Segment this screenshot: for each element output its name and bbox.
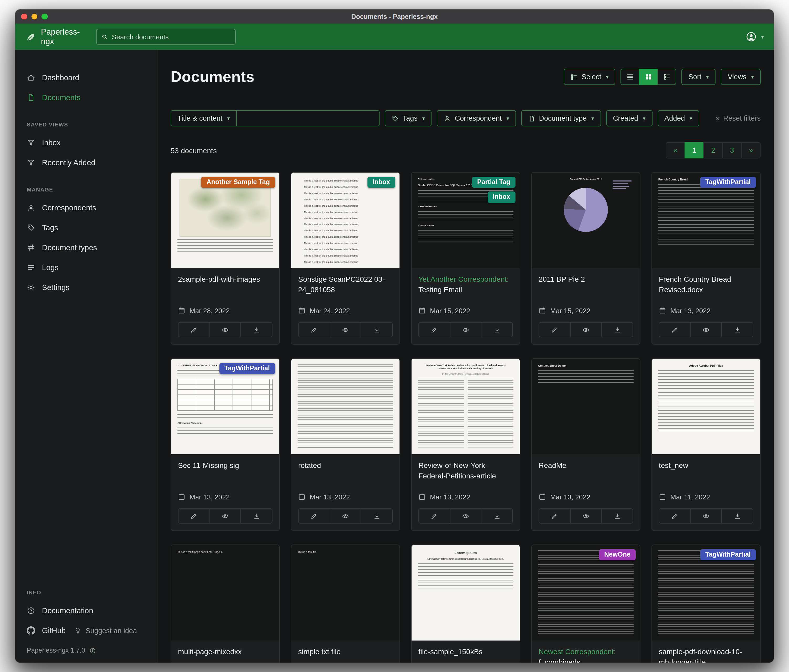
document-title[interactable]: French Country Bread Revised.docx: [659, 274, 753, 301]
document-title[interactable]: Sonstige ScanPC2022 03-24_081058: [298, 274, 393, 301]
download-button[interactable]: [601, 508, 633, 524]
document-title[interactable]: Review-of-New-York-Federal-Petitions-art…: [418, 460, 513, 487]
document-title[interactable]: 2011 BP Pie 2: [538, 274, 633, 301]
document-title[interactable]: 2sample-pdf-with-images: [178, 274, 272, 301]
document-thumbnail[interactable]: Patient BP Distribution 2011: [532, 173, 640, 268]
table-view-button[interactable]: [621, 69, 640, 85]
document-thumbnail[interactable]: Review of New York Federal Petitions for…: [412, 359, 520, 454]
tag-chip[interactable]: NewOne: [599, 549, 636, 561]
document-title[interactable]: sample-pdf-download-10-mb-longer-title: [659, 647, 753, 662]
document-correspondent[interactable]: Yet Another Correspondent:: [418, 275, 509, 283]
document-thumbnail[interactable]: Another Sample Tag: [171, 173, 279, 268]
sidebar-item-correspondents[interactable]: Correspondents: [15, 198, 157, 218]
document-thumbnail[interactable]: TagWithPartial: [652, 545, 760, 640]
pagination-prev-button[interactable]: «: [666, 142, 685, 158]
download-button[interactable]: [601, 322, 633, 337]
document-thumbnail[interactable]: Release NotesSimba ODBC Driver for SQL S…: [412, 173, 520, 268]
edit-button[interactable]: [178, 322, 210, 337]
sidebar-item-documents[interactable]: Documents: [15, 88, 157, 108]
edit-button[interactable]: [659, 322, 691, 337]
document-thumbnail[interactable]: This is a multi page document. Page 1.: [171, 545, 279, 640]
edit-button[interactable]: [418, 322, 450, 337]
edit-button[interactable]: [538, 508, 570, 524]
document-thumbnail[interactable]: NewOne: [532, 545, 640, 640]
search-input[interactable]: [112, 33, 230, 41]
edit-button[interactable]: [659, 508, 691, 524]
document-thumbnail[interactable]: Contact Sheet Demo: [532, 359, 640, 454]
download-button[interactable]: [241, 508, 272, 524]
document-title[interactable]: multi-page-mixedxx: [178, 647, 272, 662]
tag-chip[interactable]: Partial Tag: [472, 177, 516, 188]
sidebar-item-document-types[interactable]: Document types: [15, 238, 157, 258]
document-thumbnail[interactable]: [291, 359, 399, 454]
view-button[interactable]: [450, 322, 481, 337]
title-content-dropdown[interactable]: Title & content ▾: [171, 110, 237, 126]
sidebar-item-inbox[interactable]: Inbox: [15, 133, 157, 153]
created-filter-button[interactable]: Created ▾: [606, 110, 652, 126]
tag-chip[interactable]: Another Sample Tag: [201, 177, 275, 188]
view-button[interactable]: [329, 322, 361, 337]
info-circle-icon[interactable]: [89, 647, 96, 654]
sidebar-item-logs[interactable]: Logs: [15, 258, 157, 277]
view-button[interactable]: [450, 508, 481, 524]
select-button[interactable]: Select ▾: [564, 69, 615, 85]
title-content-input[interactable]: [237, 110, 380, 126]
document-thumbnail[interactable]: French Country BreadTagWithPartial: [652, 173, 760, 268]
download-button[interactable]: [361, 322, 393, 337]
download-button[interactable]: [481, 322, 513, 337]
pagination-page-3[interactable]: 3: [722, 142, 742, 158]
download-button[interactable]: [361, 508, 393, 524]
sidebar-item-tags[interactable]: Tags: [15, 218, 157, 238]
download-button[interactable]: [722, 322, 753, 337]
sidebar-item-dashboard[interactable]: Dashboard: [15, 68, 157, 88]
document-title[interactable]: Yet Another Correspondent: Testing Email: [418, 274, 513, 301]
close-window-button[interactable]: [21, 14, 27, 20]
document-title[interactable]: simple txt file: [298, 647, 393, 662]
document-title[interactable]: file-sample_150kBs: [418, 647, 513, 662]
pagination-next-button[interactable]: »: [741, 142, 761, 158]
tag-chip[interactable]: TagWithPartial: [700, 549, 756, 561]
document-title[interactable]: ReadMe: [538, 460, 633, 487]
edit-button[interactable]: [538, 322, 570, 337]
download-button[interactable]: [481, 508, 513, 524]
document-thumbnail[interactable]: Adobe Acrobat PDF Files: [652, 359, 760, 454]
tag-chip[interactable]: Inbox: [367, 177, 395, 188]
view-button[interactable]: [570, 322, 602, 337]
view-button[interactable]: [209, 322, 241, 337]
search-box[interactable]: [96, 29, 236, 45]
tag-chip[interactable]: TagWithPartial: [700, 177, 756, 188]
detail-view-button[interactable]: [658, 69, 676, 85]
edit-button[interactable]: [178, 508, 210, 524]
view-button[interactable]: [570, 508, 602, 524]
zoom-window-button[interactable]: [42, 14, 48, 20]
views-button[interactable]: Views ▾: [721, 69, 761, 85]
view-button[interactable]: [690, 508, 722, 524]
document-title[interactable]: rotated: [298, 460, 393, 487]
view-button[interactable]: [209, 508, 241, 524]
download-button[interactable]: [241, 322, 272, 337]
pagination-page-2[interactable]: 2: [703, 142, 723, 158]
document-title[interactable]: Sec 11-Missing sig: [178, 460, 272, 487]
grid-view-button[interactable]: [639, 69, 658, 85]
tags-filter-button[interactable]: Tags ▾: [385, 110, 432, 126]
sidebar-item-recently-added[interactable]: Recently Added: [15, 153, 157, 173]
document-thumbnail[interactable]: Lorem ipsumLorem ipsum dolor sit amet, c…: [412, 545, 520, 640]
reset-filters-button[interactable]: × Reset filters: [716, 115, 761, 122]
document-title[interactable]: test_new: [659, 460, 753, 487]
app-brand[interactable]: Paperless-ngx: [25, 27, 93, 46]
pagination-page-1[interactable]: 1: [685, 142, 704, 158]
tag-chip[interactable]: Inbox: [487, 192, 516, 203]
minimize-window-button[interactable]: [31, 14, 37, 20]
edit-button[interactable]: [418, 508, 450, 524]
document-correspondent[interactable]: Newest Correspondent:: [538, 647, 616, 656]
sidebar-item-github[interactable]: GitHub: [15, 621, 69, 640]
view-button[interactable]: [329, 508, 361, 524]
download-button[interactable]: [722, 508, 753, 524]
view-button[interactable]: [690, 322, 722, 337]
sort-button[interactable]: Sort ▾: [682, 69, 716, 85]
edit-button[interactable]: [298, 508, 330, 524]
tag-chip[interactable]: TagWithPartial: [219, 363, 275, 374]
document-thumbnail[interactable]: 1.1 CONTINUING MEDICAL EDUCAAttestation …: [171, 359, 279, 454]
sidebar-item-documentation[interactable]: Documentation: [15, 601, 157, 621]
user-menu[interactable]: ▾: [746, 31, 764, 43]
